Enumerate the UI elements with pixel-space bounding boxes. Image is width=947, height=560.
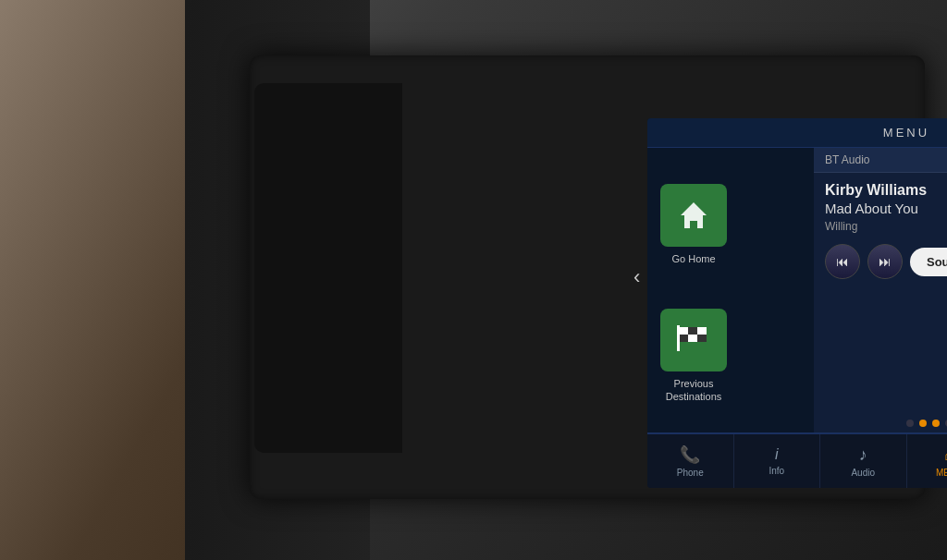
checkered-flag-icon xyxy=(675,323,712,357)
source-button[interactable]: Source xyxy=(910,248,947,276)
audio-tab-label: Audio xyxy=(851,468,875,478)
status-bar: MENU 📶 🚗 12 xyxy=(647,118,947,148)
home-icon xyxy=(677,199,710,232)
menu-tab-label: MENU xyxy=(936,468,947,478)
info-tab-label: Info xyxy=(769,466,784,476)
screen-title: MENU xyxy=(883,126,929,140)
main-content-area: Go Home xyxy=(647,148,947,432)
go-home-icon-box xyxy=(660,184,727,247)
page-indicator xyxy=(814,414,947,432)
tab-bar: 📞 Phone i Info ♪ Audio ⌂ MENU △ Map ✱ xyxy=(647,432,947,488)
dot-2 xyxy=(919,420,927,427)
svg-rect-5 xyxy=(688,335,697,342)
svg-rect-4 xyxy=(679,335,688,342)
previous-track-button[interactable]: ⏮ xyxy=(825,244,860,279)
dot-3 xyxy=(932,420,940,427)
control-surround xyxy=(254,83,402,453)
svg-rect-3 xyxy=(697,327,707,335)
audio-tab-icon: ♪ xyxy=(859,445,867,465)
previous-destinations-button[interactable]: PreviousDestinations xyxy=(657,290,731,421)
tab-info[interactable]: i Info xyxy=(734,434,821,488)
track-album: Willing xyxy=(825,220,947,233)
left-navigation-grid: Go Home xyxy=(647,148,814,432)
previous-destinations-icon-box xyxy=(660,309,727,371)
go-home-label: Go Home xyxy=(671,252,715,265)
info-tab-icon: i xyxy=(775,446,779,463)
svg-rect-6 xyxy=(697,335,707,342)
bt-audio-label: BT Audio xyxy=(814,148,947,173)
tab-audio[interactable]: ♪ Audio xyxy=(820,434,907,488)
left-nav-arrow[interactable]: ‹ xyxy=(633,265,640,289)
track-title: Mad About You xyxy=(825,201,947,216)
svg-rect-1 xyxy=(679,327,688,335)
track-info-section: Kirby Williams Mad About You Willing ⏮ ⏭… xyxy=(814,173,947,414)
playback-controls: ⏮ ⏭ Source xyxy=(825,244,947,279)
go-home-button[interactable]: Go Home xyxy=(657,159,731,290)
next-track-button[interactable]: ⏭ xyxy=(867,244,903,279)
phone-tab-icon: 📞 xyxy=(680,444,700,465)
track-artist: Kirby Williams xyxy=(825,182,947,199)
svg-rect-2 xyxy=(688,327,697,335)
dot-1 xyxy=(906,420,914,427)
svg-rect-7 xyxy=(677,325,680,351)
svg-marker-0 xyxy=(681,202,707,228)
infotainment-screen: MENU 📶 🚗 12 Go Home xyxy=(647,118,947,488)
tab-menu[interactable]: ⌂ MENU xyxy=(907,434,948,488)
tab-phone[interactable]: 📞 Phone xyxy=(647,434,734,488)
phone-tab-label: Phone xyxy=(677,468,704,478)
previous-destinations-label: PreviousDestinations xyxy=(666,377,722,404)
audio-info-panel: BT Audio Kirby Williams Mad About You Wi… xyxy=(814,148,947,432)
